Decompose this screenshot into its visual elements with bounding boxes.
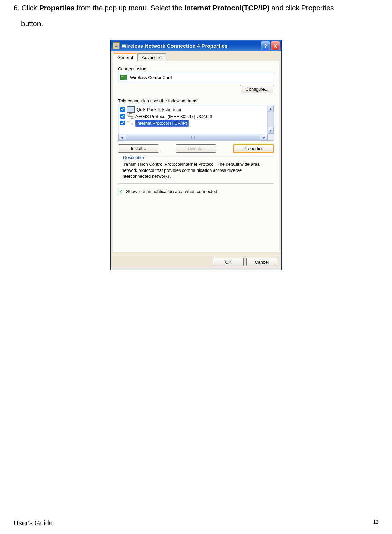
help-button[interactable]: ? — [261, 41, 270, 50]
description-legend: Description — [122, 155, 147, 160]
footer-page-number: 12 — [373, 519, 378, 527]
uninstall-button: Uninstall — [176, 144, 216, 153]
items-label: This connection uses the following items… — [118, 98, 274, 103]
scroll-up-icon[interactable]: ▲ — [268, 105, 274, 112]
install-button[interactable]: Install... — [118, 144, 159, 153]
list-item[interactable]: AEGIS Protocol (IEEE 802.1x) v3.2.0.3 — [120, 113, 266, 120]
item-checkbox[interactable] — [120, 107, 125, 112]
footer-guide: User's Guide — [14, 519, 53, 527]
protocol-icon — [127, 121, 133, 125]
tabs: General Advanced — [111, 51, 281, 61]
close-button[interactable]: X — [271, 41, 280, 50]
adapter-name: Wireless ComboCard — [130, 75, 172, 80]
show-icon-checkbox[interactable]: ✓ — [118, 189, 123, 194]
tab-advanced[interactable]: Advanced — [137, 53, 166, 61]
configure-button[interactable]: Configure... — [240, 85, 274, 93]
scroll-left-icon[interactable]: ◄ — [118, 134, 125, 141]
instruction-text: 6. Click Properties from the pop up menu… — [14, 0, 378, 31]
items-listbox[interactable]: QoS Packet Scheduler AEGIS Protocol (IEE… — [118, 105, 274, 134]
horizontal-scrollbar[interactable]: ◄ ► — [118, 134, 274, 141]
connect-using-label: Connect using: — [118, 66, 274, 71]
item-checkbox[interactable] — [120, 121, 125, 125]
adapter-field: Wireless ComboCard — [118, 73, 274, 82]
properties-button[interactable]: Properties — [233, 144, 274, 153]
scroll-thumb[interactable] — [126, 135, 260, 140]
tab-general[interactable]: General — [113, 53, 137, 61]
ok-button[interactable]: OK — [213, 258, 244, 266]
scheduler-icon — [127, 106, 135, 113]
cancel-button[interactable]: Cancel — [246, 258, 277, 266]
properties-dialog: ⊥ Wireless Network Connection 4 Properti… — [110, 40, 282, 270]
window-icon: ⊥ — [113, 42, 120, 49]
list-item[interactable]: QoS Packet Scheduler — [120, 106, 266, 113]
description-text: Transmission Control Protocol/Internet P… — [122, 161, 270, 179]
titlebar[interactable]: ⊥ Wireless Network Connection 4 Properti… — [111, 40, 281, 51]
scroll-down-icon[interactable]: ▼ — [268, 127, 274, 134]
vertical-scrollbar[interactable]: ▲ ▼ — [267, 105, 274, 134]
list-item[interactable]: Internet Protocol (TCP/IP) — [120, 120, 266, 127]
protocol-icon — [127, 114, 133, 119]
description-group: Description Transmission Control Protoco… — [118, 158, 274, 184]
scroll-right-icon[interactable]: ► — [261, 134, 268, 141]
page-footer: User's Guide 12 — [14, 517, 378, 527]
adapter-icon — [120, 75, 127, 80]
scroll-corner — [268, 134, 274, 140]
window-title: Wireless Network Connection 4 Properties — [122, 43, 260, 49]
item-checkbox[interactable] — [120, 114, 125, 119]
show-icon-label: Show icon in notification area when conn… — [126, 189, 217, 194]
show-icon-row[interactable]: ✓ Show icon in notification area when co… — [118, 189, 274, 194]
